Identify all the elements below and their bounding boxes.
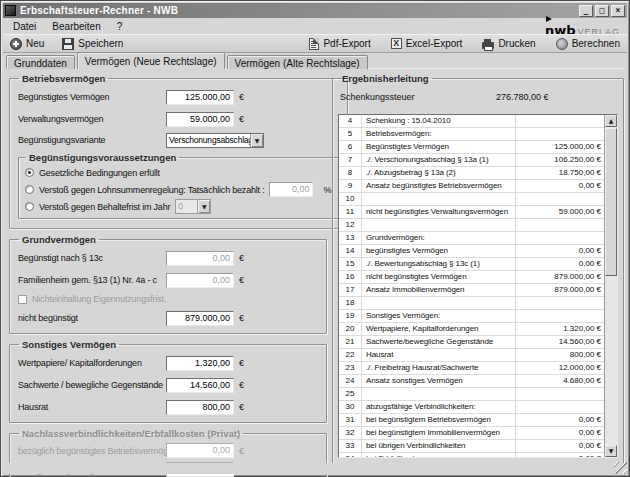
group-sonstiges-vermoegen: Sonstiges Vermögen Wertpapiere/ Kapitalf…	[9, 339, 327, 423]
row-label: abzugsfähige Verbindlichkeiten:	[362, 401, 516, 413]
minimize-button[interactable]: _	[579, 5, 593, 17]
toolbar-button[interactable]: Berechnen	[556, 38, 620, 50]
row-value	[516, 297, 604, 309]
radio-verstoss-behaltefrist[interactable]	[25, 202, 34, 211]
amount-input[interactable]: 59.000,00	[166, 112, 234, 127]
row-number: 18	[339, 297, 362, 309]
toolbar-button[interactable]: Excel-Export	[391, 38, 463, 50]
row-number: 4	[339, 115, 362, 127]
checkbox-row: Nichteinhaltung Eigennutzungsfrist.	[18, 291, 318, 307]
row-number: 5	[339, 128, 362, 140]
table-row: 4 Schenkung : 15.04.2010	[339, 115, 604, 128]
maximize-button[interactable]: □	[595, 5, 609, 17]
row-label: Ansatz sonstiges Vermögen	[362, 375, 516, 387]
radio-row: Verstoß gegen Lohnsummenregelung: Tatsäc…	[25, 181, 332, 198]
vertical-scrollbar[interactable]: ▲ ▼	[604, 115, 617, 457]
row-number: 22	[339, 349, 362, 361]
table-row: 5 Betriebsvermögen:	[339, 128, 604, 141]
row-label: Betriebsvermögen:	[362, 128, 516, 140]
row-label: ./. Bewertungsabschlag § 13c (1)	[362, 258, 516, 270]
nicht-beguenstigt-input[interactable]: 879.000,00	[166, 311, 234, 326]
table-row: 22 Hausrat 800,00 €	[339, 349, 604, 362]
row-number: 8	[339, 167, 362, 179]
results-header-label: Schenkungssteuer	[340, 92, 415, 102]
amount-input[interactable]: 125.000,00	[166, 90, 234, 105]
row-label: ./. Verschonungsabschlag § 13a (1)	[362, 154, 516, 166]
beguenstigungsvariante-select[interactable]: Verschonungsabschlag 85% ▼	[166, 133, 264, 148]
row-number: 12	[339, 219, 362, 231]
pdf-icon	[309, 38, 319, 50]
save-icon	[62, 38, 74, 50]
row-number: 11	[339, 206, 362, 218]
row-value: 0,00 €	[516, 258, 604, 270]
form-row: Begünstigtes Vermögen 125.000,00 €	[18, 86, 339, 108]
form-row: Begünstigungsvariante Verschonungsabschl…	[18, 130, 339, 150]
radio-row: Verstoß gegen Behaltefrist im Jahr 0 ▼	[25, 198, 332, 215]
row-number: 15	[339, 258, 362, 270]
currency-label: €	[239, 253, 244, 263]
row-value: 0,00 €	[516, 440, 604, 452]
row-label: Ansatz begünstigtes Betriebsvermögen	[362, 180, 516, 192]
form-row: Verwaltungsvermögen 59.000,00 €	[18, 108, 339, 130]
scroll-up-icon[interactable]: ▲	[605, 115, 617, 127]
row-number: 13	[339, 232, 362, 244]
resize-grip[interactable]	[614, 462, 627, 474]
amount-input: 0,00	[166, 251, 234, 266]
close-button[interactable]: ×	[611, 5, 625, 17]
scrollbar-thumb[interactable]	[605, 128, 617, 276]
scroll-down-icon[interactable]: ▼	[605, 445, 617, 457]
row-number: 34	[339, 453, 362, 457]
menu-item[interactable]: Datei	[5, 20, 44, 33]
toolbar-left: Neu Speichern	[10, 38, 123, 50]
tab[interactable]: Vermögen (Neue Rechtslage)	[77, 52, 225, 69]
app-window: Erbschaftsteuer-Rechner - NWB _ □ × Date…	[0, 0, 630, 477]
row-value: 59.000,00 €	[516, 206, 604, 218]
radio-gesetzliche-bedingungen[interactable]	[25, 168, 34, 177]
statusbar	[3, 463, 627, 474]
row-value	[516, 232, 604, 244]
row-value: 0,00 €	[516, 414, 604, 426]
amount-input[interactable]: 800,00	[166, 400, 234, 415]
row-number: 14	[339, 245, 362, 257]
table-row: 10	[339, 193, 604, 206]
percent-label: %	[323, 185, 331, 195]
row-label: Hausrat	[362, 349, 516, 361]
menu-item[interactable]: Bearbeiten	[44, 20, 108, 33]
group-grundvermoegen: Grundvermögen Begünstigt nach § 13c 0,00…	[9, 234, 327, 334]
row-label: Sachwerte/bewegliche Gegenstände	[362, 336, 516, 348]
amount-input: 0,00	[166, 273, 234, 288]
tab[interactable]: Grunddaten	[6, 55, 75, 69]
table-row: 24 Ansatz sonstiges Vermögen 4.680,00 €	[339, 375, 604, 388]
row-label: bei begünstigtem Immobilienvermögen	[362, 427, 516, 439]
table-row: 7 ./. Verschonungsabschlag § 13a (1) 106…	[339, 154, 604, 167]
amount-input[interactable]: 14.560,00	[166, 378, 234, 393]
table-row: 15 ./. Bewertungsabschlag § 13c (1) 0,00…	[339, 258, 604, 271]
form-row: Wertpapiere/ Kapitalforderungen 1.320,00…	[18, 352, 318, 374]
row-number: 10	[339, 193, 362, 205]
row-value: 0,00 €	[516, 453, 604, 457]
row-label	[362, 388, 516, 400]
row-value: 879.000,00 €	[516, 271, 604, 283]
currency-label: €	[239, 114, 244, 124]
radio-verstoss-lohnsumme[interactable]	[25, 185, 34, 194]
form-row: Begünstigt nach § 13c 0,00 €	[18, 247, 318, 269]
row-number: 16	[339, 271, 362, 283]
toolbar-button[interactable]: Drucken	[482, 38, 535, 50]
toolbar-button[interactable]: Speichern	[62, 38, 123, 50]
results-header: Schenkungssteuer 276.780,00 €	[338, 86, 618, 110]
row-value: 125.000,00 €	[516, 141, 604, 153]
currency-label: €	[239, 275, 244, 285]
row-value	[516, 219, 604, 231]
tab[interactable]: Vermögen (Alte Rechtslage)	[227, 55, 368, 69]
toolbar-button[interactable]: Pdf-Export	[309, 38, 370, 50]
results-header-value: 276.780,00 €	[496, 92, 549, 102]
row-value: 18.750,00 €	[516, 167, 604, 179]
amount-input[interactable]: 1.320,00	[166, 356, 234, 371]
form-row: Hausrat 800,00 €	[18, 396, 318, 418]
toolbar-button[interactable]: Neu	[10, 38, 44, 50]
menubar: DateiBearbeiten?	[5, 19, 130, 33]
chevron-down-icon[interactable]: ▼	[250, 134, 263, 147]
form-row: Sachwerte / bewegliche Gegenstände 14.56…	[18, 374, 318, 396]
row-value	[516, 128, 604, 140]
menu-item[interactable]: ?	[109, 20, 131, 33]
